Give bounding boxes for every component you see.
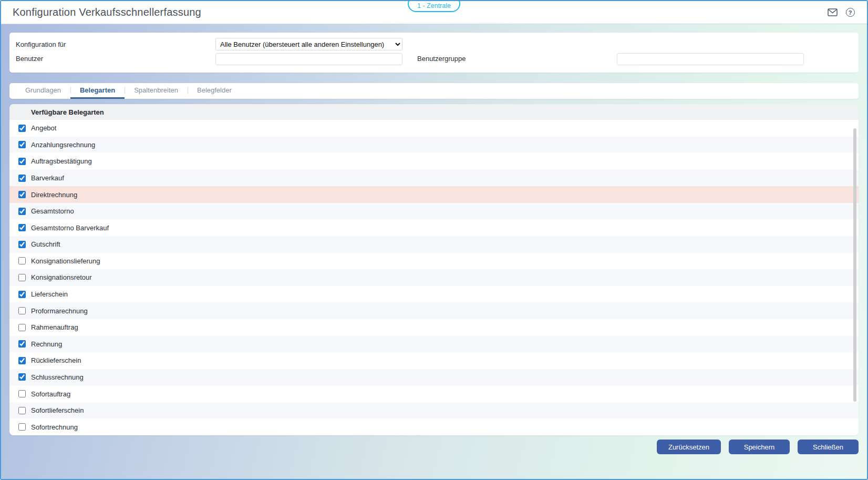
list-item-row[interactable]: Barverkauf bbox=[9, 170, 859, 187]
row-label: Lieferschein bbox=[31, 290, 68, 298]
document-types-panel: Verfügbare Belegarten AngebotAnzahlungsr… bbox=[9, 104, 859, 435]
list-item-row[interactable]: Rechnung bbox=[9, 336, 859, 353]
row-checkbox[interactable] bbox=[18, 357, 26, 364]
page-title: Konfiguration Verkaufsschnellerfassung bbox=[13, 6, 201, 18]
row-label: Rechnung bbox=[31, 340, 62, 348]
list-item-row[interactable]: Angebot bbox=[9, 120, 859, 137]
list-item-row[interactable]: Konsignationsretour bbox=[9, 269, 859, 286]
tab-belegfelder[interactable]: Belegfelder bbox=[188, 83, 241, 99]
row-label: Sofortauftrag bbox=[31, 390, 70, 398]
list-item-row[interactable]: Gesamtstorno bbox=[9, 203, 859, 220]
row-checkbox[interactable] bbox=[18, 340, 26, 348]
list-item-row[interactable]: Sofortrechnung bbox=[9, 418, 859, 435]
list-item-row[interactable]: Rahmenauftrag bbox=[9, 319, 859, 336]
row-label: Barverkauf bbox=[31, 174, 64, 182]
station-badge[interactable]: 1 - Zentrale bbox=[408, 0, 460, 12]
row-checkbox[interactable] bbox=[18, 390, 26, 397]
row-label: Angebot bbox=[31, 124, 56, 132]
row-label: Gesamtstorno Barverkauf bbox=[31, 224, 109, 232]
mail-icon[interactable] bbox=[827, 7, 838, 18]
row-label: Konsignationslieferung bbox=[31, 257, 100, 265]
tab-spaltenbreiten[interactable]: Spaltenbreiten bbox=[125, 83, 188, 99]
row-label: Sofortlieferschein bbox=[31, 406, 84, 414]
row-checkbox[interactable] bbox=[18, 175, 26, 182]
row-label: Direktrechnung bbox=[31, 191, 77, 199]
help-glyph: ? bbox=[846, 8, 855, 17]
vertical-scrollbar[interactable] bbox=[853, 128, 856, 402]
help-icon[interactable]: ? bbox=[845, 7, 855, 18]
row-label: Sofortrechnung bbox=[31, 423, 78, 431]
list-item-row[interactable]: Lieferschein bbox=[9, 286, 859, 303]
row-checkbox[interactable] bbox=[18, 423, 26, 431]
list-item-row[interactable]: Sofortauftrag bbox=[9, 385, 859, 402]
row-label: Proformarechnung bbox=[31, 307, 88, 315]
row-checkbox[interactable] bbox=[18, 274, 26, 281]
row-checkbox[interactable] bbox=[18, 125, 26, 132]
row-label: Konsignationsretour bbox=[31, 273, 92, 281]
list-item-row[interactable]: Sofortlieferschein bbox=[9, 402, 859, 419]
row-checkbox[interactable] bbox=[18, 141, 26, 148]
list-item-row[interactable]: Schlussrechnung bbox=[9, 369, 859, 386]
tab-belegarten[interactable]: Belegarten bbox=[70, 83, 125, 99]
footer-buttons: ZurücksetzenSpeichernSchließen bbox=[9, 440, 859, 454]
row-checkbox[interactable] bbox=[18, 407, 26, 414]
list-item-row[interactable]: Direktrechnung bbox=[9, 186, 859, 203]
konfiguration-fuer-select[interactable]: Alle Benutzer (übersteuert alle anderen … bbox=[215, 38, 402, 50]
window: Konfiguration Verkaufsschnellerfassung 1… bbox=[0, 0, 868, 480]
list-item-row[interactable]: Anzahlungsrechnung bbox=[9, 137, 859, 154]
row-label: Gesamtstorno bbox=[31, 207, 74, 215]
row-checkbox[interactable] bbox=[18, 241, 26, 248]
titlebar: Konfiguration Verkaufsschnellerfassung 1… bbox=[1, 1, 867, 24]
tab-grundlagen[interactable]: Grundlagen bbox=[16, 83, 70, 99]
list-item-row[interactable]: Konsignationslieferung bbox=[9, 253, 859, 270]
list-item-row[interactable]: Rücklieferschein bbox=[9, 352, 859, 369]
schliessen-button[interactable]: Schließen bbox=[798, 440, 859, 454]
config-card: Konfiguration für Alle Benutzer (überste… bbox=[9, 33, 859, 73]
list-rows: AngebotAnzahlungsrechnungAuftragsbestäti… bbox=[9, 120, 859, 435]
list-item-row[interactable]: Auftragsbestätigung bbox=[9, 153, 859, 170]
row-checkbox[interactable] bbox=[18, 208, 26, 215]
benutzergruppe-label: Benutzergruppe bbox=[417, 55, 466, 63]
list-item-row[interactable]: Gesamtstorno Barverkauf bbox=[9, 219, 859, 236]
content-area: Konfiguration für Alle Benutzer (überste… bbox=[1, 24, 867, 479]
list-item-row[interactable]: Proformarechnung bbox=[9, 302, 859, 319]
row-label: Anzahlungsrechnung bbox=[31, 141, 95, 149]
row-checkbox[interactable] bbox=[18, 373, 26, 381]
row-checkbox[interactable] bbox=[18, 158, 26, 165]
row-checkbox[interactable] bbox=[18, 291, 26, 298]
row-label: Gutschrift bbox=[31, 240, 60, 248]
speichern-button[interactable]: Speichern bbox=[729, 440, 790, 454]
tab-bar: GrundlagenBelegartenSpaltenbreitenBelegf… bbox=[9, 83, 859, 99]
benutzergruppe-input[interactable] bbox=[617, 53, 804, 65]
zuruecksetzen-button[interactable]: Zurücksetzen bbox=[657, 440, 721, 454]
list-item-row[interactable]: Gutschrift bbox=[9, 236, 859, 253]
titlebar-icons: ? bbox=[827, 7, 855, 18]
konfiguration-fuer-label: Konfiguration für bbox=[16, 40, 66, 48]
row-checkbox[interactable] bbox=[18, 307, 26, 314]
row-label: Schlussrechnung bbox=[31, 373, 84, 381]
row-label: Auftragsbestätigung bbox=[31, 157, 92, 165]
row-checkbox[interactable] bbox=[18, 224, 26, 231]
row-label: Rücklieferschein bbox=[31, 356, 81, 364]
row-checkbox[interactable] bbox=[18, 257, 26, 264]
row-checkbox[interactable] bbox=[18, 191, 26, 198]
list-header: Verfügbare Belegarten bbox=[9, 104, 859, 120]
row-checkbox[interactable] bbox=[18, 324, 26, 331]
row-label: Rahmenauftrag bbox=[31, 323, 78, 331]
benutzer-input[interactable] bbox=[215, 53, 402, 65]
benutzer-label: Benutzer bbox=[16, 55, 43, 63]
